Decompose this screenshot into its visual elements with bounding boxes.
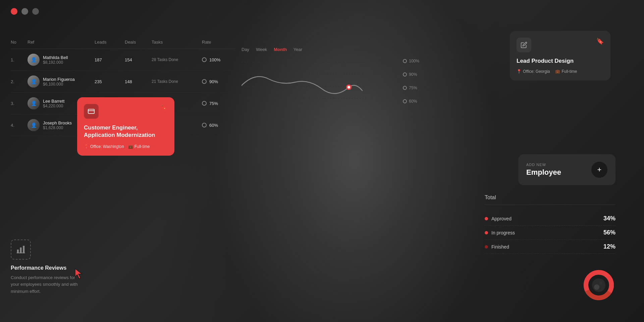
office-label: Office: Washington [90, 144, 124, 149]
row-leads: 235 [95, 79, 125, 84]
rate-value: 90% [209, 79, 218, 84]
rate-value: 75% [209, 101, 218, 106]
row-deals: 148 [125, 79, 152, 84]
ref-info: Marion Figueroa $6,100.000 [43, 77, 75, 87]
col-header-deals: Deals [125, 40, 152, 45]
maximize-dot[interactable] [32, 8, 39, 15]
avatar: 👤 [28, 54, 40, 66]
approved-pct: 34% [603, 215, 615, 222]
tab-day[interactable]: Day [241, 47, 249, 52]
finished-label: Finished [491, 244, 509, 250]
gray-office-label: Office: Georgia [523, 69, 550, 74]
add-label: ADD NEW [526, 163, 561, 167]
add-employee-text: ADD NEW Employee [526, 163, 561, 177]
rate-circle [202, 79, 207, 84]
red-card-title: Customer Engineer, Application Moderniza… [84, 124, 168, 139]
y-value-90: 90% [409, 72, 417, 77]
inprogress-label: In progress [491, 230, 515, 235]
gray-card-title: Lead Product Design [517, 58, 604, 64]
window-controls [11, 8, 39, 15]
row-num: 2. [11, 79, 28, 84]
svg-rect-8 [20, 247, 22, 253]
y-label-60: 60% [403, 99, 419, 104]
svg-point-14 [592, 278, 605, 292]
row-num: 4. [11, 123, 28, 128]
rate-circle [202, 123, 207, 127]
stat-left-approved: Approved [485, 216, 512, 221]
gray-card-icon [517, 38, 531, 52]
row-tasks: 28 Tasks Done [152, 57, 202, 62]
gray-type-label: Full-time [561, 69, 577, 74]
gray-bookmark-icon[interactable]: 🔖 [596, 38, 604, 45]
tab-week[interactable]: Week [256, 47, 267, 52]
employee-label: Employee [526, 168, 561, 177]
inprogress-dot [485, 231, 488, 234]
row-rate: 60% [202, 123, 235, 128]
chart-area: 100% 90% 75% 60% [241, 59, 392, 120]
table-row[interactable]: 1. 👤 Mathilda Bell $8,192.000 187 154 28… [11, 49, 235, 71]
cursor-svg [74, 267, 85, 279]
performance-icon [11, 239, 31, 260]
col-header-leads: Leads [95, 40, 125, 45]
employee-amount: $4,220.000 [43, 104, 64, 108]
card-icon-svg [88, 108, 95, 115]
minimize-dot[interactable] [21, 8, 28, 15]
employee-name: Marion Figueroa [43, 77, 75, 82]
donut-svg [582, 268, 615, 302]
col-header-tasks: Tasks [152, 40, 202, 45]
row-rate: 100% [202, 57, 235, 62]
chart-svg [241, 59, 392, 119]
employee-name: Lee Barrett [43, 99, 64, 104]
row-num: 3. [11, 101, 28, 106]
chart-bar-icon [16, 245, 26, 255]
row-tasks: 21 Tasks Done [152, 79, 202, 84]
finished-dot [485, 245, 488, 249]
type-meta: 💼 Full-time [128, 144, 150, 149]
job-card-red[interactable]: 🔖 Customer Engineer, Application Moderni… [77, 97, 174, 156]
approved-label: Approved [491, 216, 512, 221]
red-card-meta: 📍 Office: Washington 💼 Full-time [84, 144, 168, 149]
employee-amount: $6,100.000 [43, 82, 75, 87]
rate-value: 100% [209, 57, 220, 62]
job-card-gray[interactable]: 🔖 Lead Product Design 📍 Office: Georgia … [510, 31, 610, 80]
chart-panel: Day Week Month Year 100% 90% 75% 60% [241, 47, 392, 120]
employee-amount: $1,628.000 [43, 125, 72, 130]
y-label-75: 75% [403, 86, 419, 90]
employee-amount: $8,192.000 [43, 60, 68, 65]
rate-circle [202, 57, 207, 62]
stat-left-inprogress: In progress [485, 230, 515, 235]
tab-month[interactable]: Month [274, 47, 287, 52]
office-meta: 📍 Office: Washington [84, 144, 124, 149]
stat-left-finished: Finished [485, 244, 509, 250]
close-dot[interactable] [11, 8, 17, 15]
avatar: 👤 [28, 75, 40, 88]
row-leads: 187 [95, 57, 125, 62]
y-value-100: 100% [409, 59, 419, 63]
row-num: 1. [11, 57, 28, 62]
row-ref: 👤 Mathilda Bell $8,192.000 [28, 54, 95, 66]
edit-icon [521, 42, 527, 48]
ref-info: Mathilda Bell $8,192.000 [43, 55, 68, 65]
gray-location-icon: 📍 [517, 69, 522, 74]
card-icon [84, 104, 99, 119]
y-label-90: 90% [403, 72, 419, 77]
stats-title: Total [485, 195, 615, 201]
svg-point-16 [599, 281, 602, 285]
table-row[interactable]: 2. 👤 Marion Figueroa $6,100.000 235 148 … [11, 71, 235, 93]
performance-panel: Performance Reviews Conduct performance … [11, 239, 85, 295]
gray-briefcase-icon: 💼 [555, 69, 560, 74]
approved-dot [485, 217, 488, 220]
tab-year[interactable]: Year [293, 47, 302, 52]
add-employee-button[interactable]: ADD NEW Employee + [518, 154, 615, 185]
bookmark-icon[interactable]: 🔖 [160, 104, 168, 111]
y-circle [403, 59, 407, 63]
svg-rect-9 [23, 246, 24, 253]
rate-circle [202, 101, 207, 106]
stats-panel: Total Approved 34% In progress 56% Finis… [485, 195, 615, 254]
svg-rect-0 [88, 109, 94, 114]
add-plus-icon[interactable]: + [591, 162, 607, 178]
donut-chart [582, 268, 615, 302]
col-header-rate: Rate [202, 40, 235, 45]
row-rate: 90% [202, 79, 235, 84]
inprogress-pct: 56% [603, 229, 615, 236]
